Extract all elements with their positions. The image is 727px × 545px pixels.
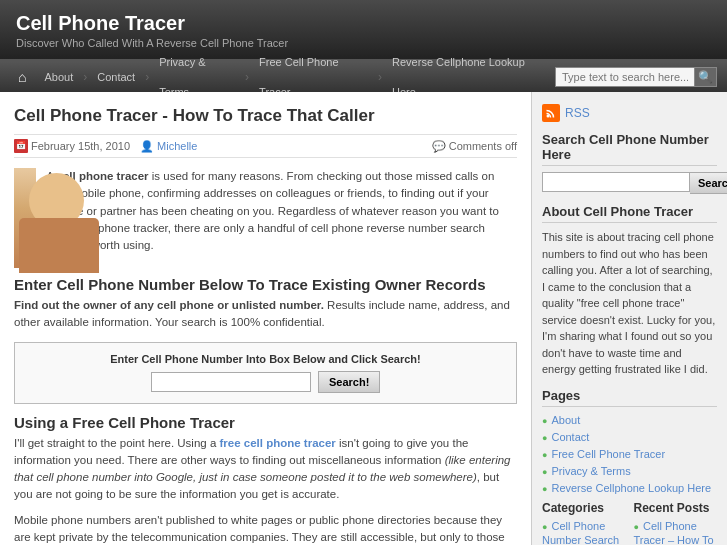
pages-about-link[interactable]: About — [551, 414, 580, 426]
sidebar-pages-title: Pages — [542, 388, 717, 407]
article-comments: 💬 Comments off — [432, 140, 517, 153]
sidebar-search: Search! — [542, 172, 717, 194]
section1-heading: Enter Cell Phone Number Below To Trace E… — [14, 276, 517, 293]
sidebar: RSS Search Cell Phone Number Here Search… — [532, 92, 727, 545]
user-icon: 👤 — [140, 140, 154, 153]
article-title: Cell Phone Tracer - How To Trace That Ca… — [14, 106, 517, 126]
article-search-input[interactable] — [151, 372, 311, 392]
cat-number-search[interactable]: Cell Phone Number Search — [542, 520, 619, 546]
article-author: 👤 Michelle — [140, 140, 197, 153]
rss-label[interactable]: RSS — [565, 106, 590, 120]
article-body: I'll get straight to the point here. Usi… — [14, 435, 517, 546]
categories-col: Categories Cell Phone Number Search Cell… — [542, 501, 626, 546]
article-thumbnail — [14, 168, 36, 268]
list-item: Free Cell Phone Tracer — [542, 447, 717, 461]
navigation: ⌂ About › Contact › Privacy & Terms › Fr… — [0, 62, 727, 92]
list-item: Reverse Cellphone Lookup Here — [542, 481, 717, 495]
list-item: Cell Phone Tracer – How To Trace That Ca… — [634, 519, 718, 546]
section2-para2: Mobile phone numbers aren't published to… — [14, 512, 517, 546]
article-intro-section: A cell phone tracer is used for many rea… — [14, 168, 517, 268]
recent-col: Recent Posts Cell Phone Tracer – How To … — [634, 501, 718, 546]
nav-item-contact[interactable]: Contact — [87, 62, 145, 92]
nav-home-icon[interactable]: ⌂ — [10, 69, 34, 85]
pages-reverse-link[interactable]: Reverse Cellphone Lookup Here — [551, 482, 711, 494]
site-title: Cell Phone Tracer — [16, 12, 711, 35]
nav-search-button[interactable]: 🔍 — [695, 67, 717, 87]
article-search-button[interactable]: Search! — [318, 371, 380, 393]
section1-subtext: Find out the owner of any cell phone or … — [14, 297, 517, 332]
article-intro-text: A cell phone tracer is used for many rea… — [46, 168, 517, 268]
sidebar-pages-list: About Contact Free Cell Phone Tracer Pri… — [542, 413, 717, 495]
nav-search: 🔍 — [555, 67, 717, 87]
sidebar-search-button[interactable]: Search! — [690, 172, 727, 194]
list-item: Privacy & Terms — [542, 464, 717, 478]
section2-para1: I'll get straight to the point here. Usi… — [14, 435, 517, 504]
sidebar-search-input[interactable] — [542, 172, 690, 192]
calendar-icon: 📅 — [14, 139, 28, 153]
sidebar-about-text: This site is about tracing cell phone nu… — [542, 229, 717, 378]
pages-contact-link[interactable]: Contact — [551, 431, 589, 443]
main-content: Cell Phone Tracer - How To Trace That Ca… — [0, 92, 532, 545]
article-search-box: Enter Cell Phone Number Into Box Below a… — [14, 342, 517, 404]
list-item: Cell Phone Number Search — [542, 519, 626, 546]
article-meta: 📅 February 15th, 2010 👤 Michelle 💬 Comme… — [14, 134, 517, 158]
recent-title: Recent Posts — [634, 501, 718, 515]
recent-list: Cell Phone Tracer – How To Trace That Ca… — [634, 519, 718, 546]
comment-icon: 💬 — [432, 140, 446, 152]
sidebar-search-title: Search Cell Phone Number Here — [542, 132, 717, 166]
categories-recent-section: Categories Cell Phone Number Search Cell… — [542, 501, 717, 546]
pages-privacy-link[interactable]: Privacy & Terms — [551, 465, 630, 477]
sidebar-about-title: About Cell Phone Tracer — [542, 204, 717, 223]
search-box-label: Enter Cell Phone Number Into Box Below a… — [25, 353, 506, 365]
list-item: Contact — [542, 430, 717, 444]
categories-title: Categories — [542, 501, 626, 515]
pages-free-link[interactable]: Free Cell Phone Tracer — [551, 448, 665, 460]
nav-search-input[interactable] — [555, 67, 695, 87]
article-date: 📅 February 15th, 2010 — [14, 139, 130, 153]
nav-item-about[interactable]: About — [34, 62, 83, 92]
list-item: About — [542, 413, 717, 427]
rss-section: RSS — [542, 104, 717, 122]
categories-list: Cell Phone Number Search Cell Phone Numb… — [542, 519, 626, 546]
section2-heading: Using a Free Cell Phone Tracer — [14, 414, 517, 431]
recent-post-1[interactable]: Cell Phone Tracer – How To Trace That Ca… — [634, 520, 714, 546]
rss-icon[interactable] — [542, 104, 560, 122]
